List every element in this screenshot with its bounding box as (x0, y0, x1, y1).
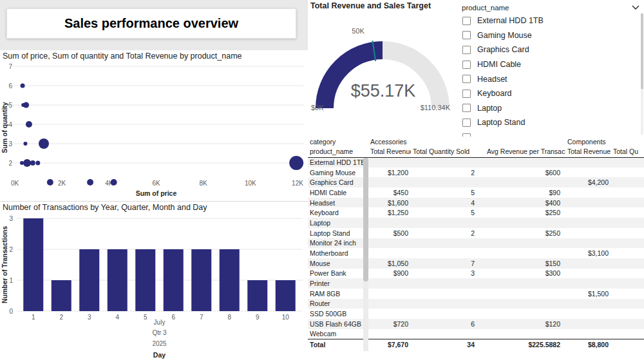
row-cell[interactable] (565, 238, 611, 249)
bar-day-7[interactable] (191, 249, 211, 311)
row-cell[interactable] (485, 218, 565, 228)
column-header[interactable]: Total Revenue (368, 146, 411, 157)
checkbox-icon[interactable] (462, 90, 471, 98)
row-header[interactable]: Laptop (308, 218, 363, 228)
row-cell[interactable] (368, 218, 411, 228)
checkbox-icon[interactable] (462, 61, 471, 69)
row-header[interactable]: Laptop Stand (308, 228, 363, 238)
row-header[interactable]: RAM 8GB (308, 289, 363, 299)
row-cell[interactable]: $250 (485, 207, 565, 218)
row-cell[interactable]: 5 (411, 187, 485, 198)
row-cell[interactable] (611, 289, 644, 299)
row-cell[interactable] (565, 309, 611, 319)
matrix-scrollbar[interactable] (363, 158, 368, 351)
row-header[interactable]: SSD 500GB (308, 309, 363, 319)
row-cell[interactable] (565, 228, 611, 238)
row-cell[interactable]: 3 (411, 269, 485, 279)
scatter-point[interactable] (23, 142, 27, 146)
row-cell[interactable] (411, 278, 485, 289)
row-cell[interactable] (368, 278, 411, 289)
scatter-point[interactable] (26, 121, 32, 128)
bar-day-8[interactable] (220, 249, 240, 311)
row-cell[interactable] (485, 248, 565, 258)
row-cell[interactable] (611, 177, 644, 187)
row-cell[interactable] (411, 309, 485, 319)
column-header[interactable]: Total Qu (611, 146, 644, 157)
row-header[interactable]: Monitor 24 inch (308, 238, 363, 249)
row-cell[interactable]: $3,100 (565, 248, 611, 258)
row-cell[interactable] (411, 157, 485, 167)
slicer-item[interactable] (459, 130, 639, 137)
group-header-accessories[interactable]: Accessories (368, 137, 565, 146)
row-header[interactable]: Gaming Mouse (308, 167, 363, 178)
group-header-category[interactable]: category (308, 137, 363, 146)
row-cell[interactable] (485, 329, 565, 339)
scatter-point[interactable] (30, 160, 35, 166)
row-cell[interactable] (611, 278, 644, 289)
row-header[interactable]: Printer (308, 278, 363, 289)
checkbox-icon[interactable] (462, 46, 471, 54)
row-cell[interactable] (565, 167, 611, 178)
row-cell[interactable] (565, 218, 611, 228)
row-cell[interactable]: $600 (485, 167, 565, 178)
bar-day-6[interactable] (164, 249, 184, 311)
row-header[interactable]: USB Flash 64GB (308, 319, 363, 329)
row-header[interactable]: Graphics Card (308, 177, 363, 187)
scatter-point[interactable] (23, 102, 29, 108)
row-cell[interactable] (411, 299, 485, 309)
row-cell[interactable] (611, 238, 644, 249)
row-header[interactable]: Keyboard (308, 207, 363, 218)
bar-day-4[interactable] (108, 249, 128, 311)
row-cell[interactable] (565, 269, 611, 279)
column-header[interactable]: product_name (308, 146, 363, 157)
row-header[interactable]: Headset (308, 198, 363, 208)
column-header[interactable]: Total Revenue (565, 146, 611, 157)
checkbox-icon[interactable] (462, 75, 471, 83)
scatter-point[interactable] (23, 159, 31, 167)
row-cell[interactable] (611, 269, 644, 279)
row-cell[interactable] (611, 329, 644, 339)
row-cell[interactable] (611, 218, 644, 228)
row-cell[interactable] (611, 309, 644, 319)
slicer-item[interactable]: External HDD 1TB (459, 14, 639, 28)
scatter-point[interactable] (111, 179, 117, 186)
row-cell[interactable]: $1,200 (368, 167, 411, 178)
row-header[interactable]: Power Bank (308, 269, 363, 279)
row-cell[interactable]: $450 (368, 187, 411, 198)
row-cell[interactable]: $900 (368, 269, 411, 279)
row-header[interactable]: Motherboard (308, 248, 363, 258)
row-cell[interactable] (368, 299, 411, 309)
row-cell[interactable] (565, 299, 611, 309)
column-header[interactable]: Total Quantity Sold (411, 146, 485, 157)
slicer-item[interactable]: Laptop Stand (459, 115, 639, 130)
bar-day-9[interactable] (247, 280, 267, 311)
row-cell[interactable]: $500 (368, 228, 411, 238)
row-cell[interactable]: 4 (411, 198, 485, 208)
row-cell[interactable] (611, 299, 644, 309)
row-cell[interactable]: $90 (485, 187, 565, 198)
row-cell[interactable] (368, 157, 411, 167)
row-cell[interactable] (368, 309, 411, 319)
row-cell[interactable]: $150 (485, 258, 565, 269)
row-cell[interactable] (611, 187, 644, 198)
slicer-item[interactable]: Keyboard (459, 86, 639, 101)
row-cell[interactable] (565, 207, 611, 218)
row-cell[interactable] (485, 299, 565, 309)
row-cell[interactable] (611, 228, 644, 238)
checkbox-icon[interactable] (462, 119, 471, 127)
scatter-point[interactable] (87, 179, 93, 186)
row-cell[interactable] (565, 157, 611, 167)
row-cell[interactable]: $1,050 (368, 258, 411, 269)
row-cell[interactable] (485, 177, 565, 187)
scatter-point[interactable] (289, 156, 303, 170)
checkbox-icon[interactable] (462, 31, 471, 39)
row-cell[interactable]: 2 (411, 228, 485, 238)
row-cell[interactable]: $1,250 (368, 207, 411, 218)
scatter-point[interactable] (35, 161, 40, 166)
row-cell[interactable] (565, 319, 611, 329)
row-header[interactable]: HDMI Cable (308, 187, 363, 198)
scatter-point[interactable] (39, 138, 49, 149)
row-cell[interactable] (485, 289, 565, 299)
row-cell[interactable]: $1,600 (368, 198, 411, 208)
slicer-item[interactable]: HDMI Cable (459, 57, 639, 72)
